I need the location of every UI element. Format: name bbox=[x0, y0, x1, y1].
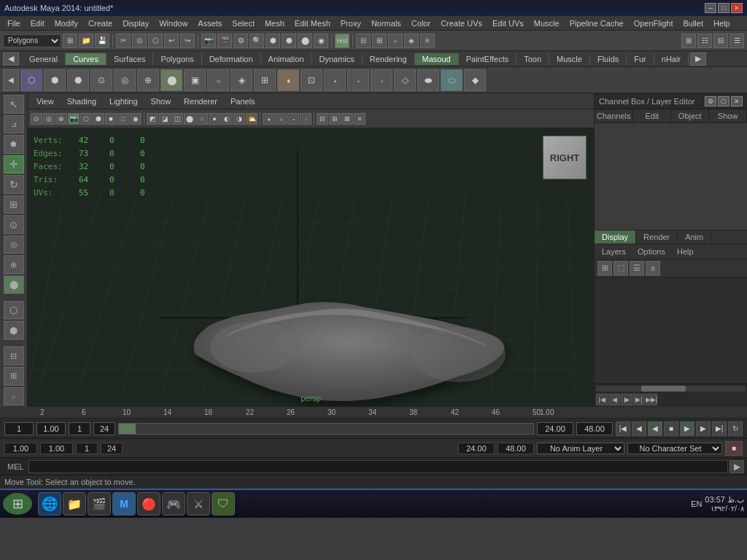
tb-icon-3[interactable]: 💾 bbox=[95, 34, 109, 48]
vp-tb-cam[interactable]: 📷 bbox=[68, 113, 80, 125]
vp-tb-9[interactable]: ◉ bbox=[130, 113, 142, 125]
shelf-tab-masoud[interactable]: Masoud bbox=[415, 53, 459, 65]
vp-tb-21[interactable]: ⬩ bbox=[287, 113, 299, 125]
panel-settings-btn[interactable]: ⚙ bbox=[705, 96, 716, 106]
status-end-time[interactable] bbox=[498, 443, 534, 454]
menu-create-uvs[interactable]: Create UVs bbox=[436, 18, 487, 29]
taskbar-app1[interactable]: ⚔ bbox=[187, 492, 210, 516]
shelf-icon-8[interactable]: ▣ bbox=[184, 69, 206, 91]
menu-edit[interactable]: Edit bbox=[26, 18, 49, 29]
vp-tb-1[interactable]: ⊙ bbox=[31, 113, 42, 125]
menu-assets[interactable]: Assets bbox=[193, 18, 226, 29]
pn-next[interactable]: ▶| bbox=[633, 394, 645, 405]
pb-go-end[interactable]: ▶| bbox=[712, 421, 727, 436]
shelf-tab-curves[interactable]: Curves bbox=[66, 53, 107, 65]
tb-icon-hist[interactable]: Hist bbox=[335, 34, 349, 48]
vp-menu-lighting[interactable]: Lighting bbox=[104, 96, 144, 107]
shelf-icon-19[interactable]: ⬭ bbox=[441, 69, 462, 91]
shelf-tab-painteffects[interactable]: PaintEffects bbox=[459, 53, 517, 65]
paint-sel-tool[interactable]: ⬟ bbox=[4, 135, 24, 154]
shelf-icon-1[interactable]: ⬡ bbox=[20, 69, 42, 91]
rotate-tool[interactable]: ↻ bbox=[4, 175, 24, 194]
taskbar-explorer[interactable]: 📁 bbox=[63, 492, 86, 516]
playback-current-time[interactable] bbox=[537, 422, 573, 435]
pb-play[interactable]: ▶ bbox=[680, 421, 694, 436]
shelf-right-arrow[interactable]: ▶ bbox=[690, 52, 706, 66]
mode-selector[interactable]: Polygons Surfaces Dynamics bbox=[3, 34, 61, 47]
shelf-tab-fluids[interactable]: Fluids bbox=[590, 53, 627, 65]
minimize-button[interactable]: ─ bbox=[705, 3, 716, 13]
tb-icon-13[interactable]: ⬢ bbox=[266, 34, 280, 48]
shelf-icon-16[interactable]: ⬫ bbox=[371, 69, 392, 91]
select-tool[interactable]: ↖ bbox=[4, 95, 24, 114]
shelf-tab-deformation[interactable]: Deformation bbox=[202, 53, 261, 65]
menu-bullet[interactable]: Bullet bbox=[678, 18, 708, 29]
pb-prev-frame[interactable]: ◀ bbox=[632, 421, 646, 436]
vp-tb-12[interactable]: ◫ bbox=[171, 113, 183, 125]
vp-tb-24[interactable]: ⊞ bbox=[329, 113, 341, 125]
taskbar-app2[interactable]: 🛡 bbox=[212, 492, 235, 516]
menu-file[interactable]: File bbox=[3, 18, 25, 29]
status-curr-time[interactable] bbox=[458, 443, 495, 454]
vp-tb-19[interactable]: ⬧ bbox=[263, 113, 274, 125]
tb-icon-6[interactable]: ⬡ bbox=[148, 34, 163, 48]
vp-tb-13[interactable]: ⬤ bbox=[184, 113, 196, 125]
menu-openflight[interactable]: OpenFlight bbox=[630, 18, 678, 29]
pb-play-back[interactable]: ◀ bbox=[648, 421, 662, 436]
vp-tb-16[interactable]: ◐ bbox=[221, 113, 233, 125]
lm-options[interactable]: Options bbox=[633, 246, 670, 257]
vp-tb-8[interactable]: □ bbox=[117, 113, 129, 125]
shelf-tab-general[interactable]: General bbox=[22, 53, 66, 65]
vp-tb-17[interactable]: ◑ bbox=[233, 113, 245, 125]
tb-icon-12[interactable]: 🔍 bbox=[249, 34, 264, 48]
tb-icon-7[interactable]: ↩ bbox=[164, 34, 179, 48]
tb-icon-r2[interactable]: ☷ bbox=[697, 34, 712, 48]
shelf-tab-fur[interactable]: Fur bbox=[627, 53, 654, 65]
tb-icon-8[interactable]: ↪ bbox=[180, 34, 195, 48]
scroll-thumb[interactable] bbox=[641, 386, 686, 392]
layer-icon-2[interactable]: ⬚ bbox=[614, 261, 628, 276]
tb-icon-22[interactable]: ⬦ bbox=[388, 34, 403, 48]
shelf-tab-nhair[interactable]: nHair bbox=[654, 53, 689, 65]
lasso-tool[interactable]: ⊿ bbox=[4, 115, 24, 134]
ipr-icon[interactable]: ⬢ bbox=[4, 321, 24, 340]
playback-start[interactable] bbox=[36, 422, 66, 435]
grid-icon[interactable]: ⊟ bbox=[4, 346, 24, 365]
pn-prev[interactable]: ◀ bbox=[608, 394, 620, 405]
move-tool[interactable]: ✛ bbox=[4, 155, 24, 174]
shelf-left-arrow[interactable]: ◀ bbox=[3, 52, 19, 66]
pb-next-frame[interactable]: ▶ bbox=[696, 421, 711, 436]
cb-tab-channels[interactable]: Channels bbox=[595, 109, 633, 122]
vp-tb-20[interactable]: ⬨ bbox=[275, 113, 287, 125]
shelf-tab-polygons[interactable]: Polygons bbox=[153, 53, 201, 65]
tb-icon-9[interactable]: 📷 bbox=[201, 34, 216, 48]
lm-layers[interactable]: Layers bbox=[597, 246, 630, 257]
shelf-icon-20[interactable]: ◆ bbox=[464, 69, 486, 91]
playback-total-time[interactable] bbox=[576, 422, 613, 435]
tb-icon-r1[interactable]: ⊞ bbox=[681, 34, 696, 48]
timeline-scrub[interactable] bbox=[118, 423, 534, 435]
status-time[interactable] bbox=[4, 443, 37, 454]
menu-create[interactable]: Create bbox=[84, 18, 117, 29]
vp-menu-shading[interactable]: Shading bbox=[61, 96, 102, 107]
vp-tb-15[interactable]: ● bbox=[209, 113, 220, 125]
pn-play[interactable]: ▶ bbox=[621, 394, 632, 405]
shelf-icon-3[interactable]: ⬣ bbox=[67, 69, 89, 91]
taskbar-game[interactable]: 🎮 bbox=[162, 492, 185, 516]
shelf-tab-rendering[interactable]: Rendering bbox=[363, 53, 415, 65]
last-tool[interactable]: ⬤ bbox=[4, 276, 24, 295]
tb-icon-10[interactable]: 🎬 bbox=[217, 34, 232, 48]
menu-display[interactable]: Display bbox=[118, 18, 153, 29]
vp-tb-5[interactable]: ⬡ bbox=[80, 113, 92, 125]
title-bar-controls[interactable]: ─ □ ✕ bbox=[705, 3, 743, 13]
taskbar-ie[interactable]: 🌐 bbox=[38, 492, 61, 516]
tb-icon-11[interactable]: ⚙ bbox=[233, 34, 248, 48]
shelf-icon-4[interactable]: ⊙ bbox=[90, 69, 112, 91]
cb-tab-edit[interactable]: Edit bbox=[633, 109, 671, 122]
playback-end-frame[interactable] bbox=[93, 422, 115, 435]
shelf-collapse[interactable]: ◀ bbox=[3, 69, 19, 91]
shelf-icon-5[interactable]: ◎ bbox=[114, 69, 136, 91]
menu-help[interactable]: Help bbox=[709, 18, 735, 29]
menu-muscle[interactable]: Muscle bbox=[530, 18, 564, 29]
shelf-tab-muscle[interactable]: Muscle bbox=[549, 53, 590, 65]
